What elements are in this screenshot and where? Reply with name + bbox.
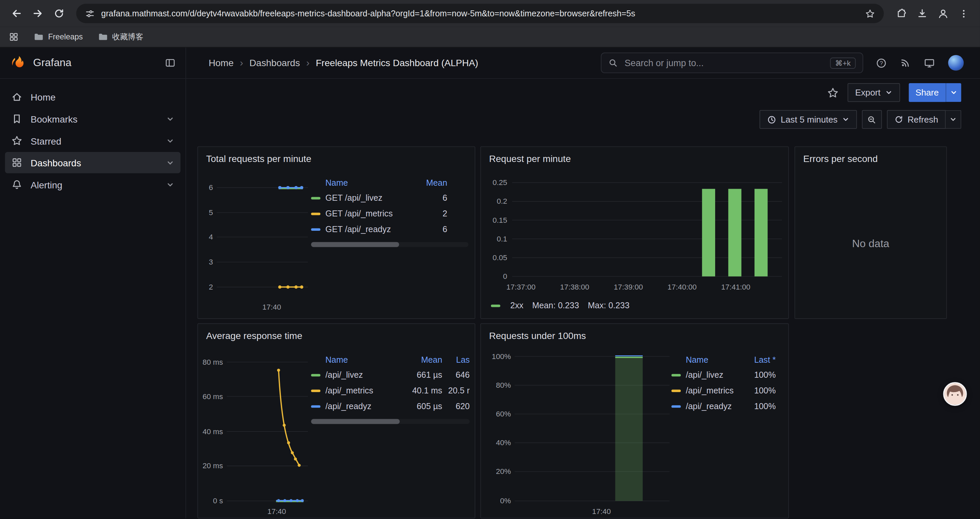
panel-title[interactable]: Average response time <box>198 324 475 347</box>
series-color-chip <box>671 390 681 392</box>
scrollbar-thumb[interactable] <box>311 242 399 247</box>
legend-table: Name Last * /api/_livez 100% /api/_metri… <box>671 353 782 414</box>
help-icon[interactable]: ? <box>876 57 887 69</box>
legend-scrollbar[interactable] <box>311 419 470 424</box>
panel-title[interactable]: Errors per second <box>795 147 946 169</box>
export-label: Export <box>855 88 881 97</box>
legend-col-mean[interactable]: Mean <box>404 355 442 365</box>
breadcrumb: Home › Dashboards › Freeleaps Metrics Da… <box>208 57 478 69</box>
collapse-sidebar-icon[interactable] <box>165 57 175 68</box>
legend-scrollbar[interactable] <box>311 242 469 247</box>
bookmark-star-icon[interactable] <box>865 8 875 18</box>
refresh-interval-dropdown[interactable] <box>946 110 961 129</box>
address-bar[interactable]: grafana.mathmast.com/d/deytv4rwavabkb/fr… <box>76 4 884 23</box>
download-icon[interactable] <box>917 8 928 19</box>
sidebar-item-bookmarks[interactable]: Bookmarks <box>5 108 180 129</box>
forward-button[interactable] <box>27 3 48 23</box>
svg-text:0.1: 0.1 <box>497 235 507 243</box>
svg-text:0.25: 0.25 <box>493 178 508 187</box>
chevron-down-icon[interactable] <box>166 137 174 145</box>
chevron-down-icon[interactable] <box>166 159 174 167</box>
chat-widget-avatar[interactable] <box>943 382 967 406</box>
series-color-chip <box>311 228 321 230</box>
legend-series[interactable]: 2xx <box>491 301 523 310</box>
sidebar-item-dashboards[interactable]: Dashboards <box>5 152 180 173</box>
refresh-button[interactable]: Refresh <box>887 110 946 129</box>
scrollbar-thumb[interactable] <box>311 419 400 424</box>
apps-grid-icon[interactable] <box>9 32 19 42</box>
breadcrumb-home[interactable]: Home <box>208 57 234 68</box>
profile-icon[interactable] <box>938 8 949 19</box>
sidebar-item-alerting[interactable]: Alerting <box>5 174 180 195</box>
legend-col-name[interactable]: Name <box>311 178 418 188</box>
svg-text:17:40: 17:40 <box>592 507 611 516</box>
menu-kebab-icon[interactable] <box>959 8 969 18</box>
legend-col-name[interactable]: Name <box>671 355 743 365</box>
monitor-icon[interactable] <box>924 57 935 69</box>
svg-text:3: 3 <box>209 258 213 266</box>
grafana-app: Grafana Home Bookmarks Starred <box>0 48 980 518</box>
clock-icon <box>767 115 776 124</box>
bar-chart: 100% 80% 60% 40% 20% 0% 17:40 <box>485 349 672 518</box>
svg-text:17:40:00: 17:40:00 <box>667 283 697 291</box>
rss-icon[interactable] <box>900 57 911 68</box>
sidebar-item-starred[interactable]: Starred <box>5 130 180 151</box>
browser-toolbar: grafana.mathmast.com/d/deytv4rwavabkb/fr… <box>0 0 980 27</box>
favorite-star-button[interactable] <box>827 86 839 99</box>
series-color-chip <box>311 197 321 199</box>
legend-col-last[interactable]: Last * <box>743 355 776 365</box>
search-bar[interactable]: ⌘+k <box>601 53 863 73</box>
legend-row: GET /api/_metrics 2 <box>311 206 469 222</box>
grafana-logo-icon[interactable] <box>10 55 26 71</box>
svg-text:17:40: 17:40 <box>267 507 286 516</box>
chevron-down-icon[interactable] <box>166 115 174 123</box>
svg-text:0: 0 <box>503 272 508 281</box>
extensions-icon[interactable] <box>896 8 907 19</box>
screen: grafana.mathmast.com/d/deytv4rwavabkb/fr… <box>0 0 980 519</box>
legend-col-name[interactable]: Name <box>311 355 404 365</box>
export-button[interactable]: Export <box>848 83 900 102</box>
time-range-picker[interactable]: Last 5 minutes <box>759 110 857 129</box>
legend-row: /api/_metrics 100% <box>671 383 782 398</box>
share-button[interactable]: Share <box>908 83 946 102</box>
back-button[interactable] <box>6 3 26 23</box>
breadcrumb-dashboards[interactable]: Dashboards <box>250 57 300 68</box>
series-name[interactable]: /api/_readyz <box>326 401 404 411</box>
bookmark-folder-freeleaps[interactable]: Freeleaps <box>34 32 83 42</box>
panel-errors-per-second: Errors per second No data <box>795 146 947 319</box>
series-name[interactable]: GET /api/_readyz <box>326 224 418 234</box>
series-name[interactable]: GET /api/_metrics <box>326 209 418 218</box>
series-name[interactable]: GET /api/_livez <box>326 193 418 203</box>
bookmark-folder-blogs[interactable]: 收藏博客 <box>98 32 143 42</box>
series-last: 100% <box>743 370 776 380</box>
series-last: 620 <box>442 401 470 411</box>
site-settings-icon[interactable] <box>85 8 95 18</box>
svg-text:?: ? <box>880 60 883 67</box>
series-name[interactable]: /api/_livez <box>686 370 743 380</box>
legend-row: GET /api/_livez 6 <box>311 190 469 206</box>
panel-title[interactable]: Request per minute <box>481 147 788 169</box>
series-name[interactable]: /api/_metrics <box>686 386 743 395</box>
panel-title[interactable]: Requests under 100ms <box>481 324 788 347</box>
user-avatar[interactable] <box>948 55 964 71</box>
timeseries-chart: 80 ms 60 ms 40 ms 20 ms 0 s 17:40 <box>200 349 310 518</box>
series-mean: 2 <box>418 209 447 218</box>
sidebar-nav: Home Bookmarks Starred Dashboards <box>0 79 185 203</box>
zoom-out-button[interactable] <box>862 110 882 129</box>
url-text[interactable]: grafana.mathmast.com/d/deytv4rwavabkb/fr… <box>101 9 859 18</box>
series-name[interactable]: /api/_livez <box>326 370 404 380</box>
legend-col-mean[interactable]: Mean <box>418 178 447 188</box>
sidebar-item-home[interactable]: Home <box>5 86 180 107</box>
panel-title[interactable]: Total requests per minute <box>198 147 475 169</box>
search-input[interactable] <box>624 57 824 69</box>
chevron-down-icon[interactable] <box>166 180 174 188</box>
chevron-down-icon <box>842 115 849 123</box>
series-color-chip <box>311 405 321 407</box>
series-last: 646 <box>442 370 470 380</box>
legend-col-last[interactable]: Las <box>442 355 470 365</box>
reload-button[interactable] <box>49 3 69 23</box>
series-name[interactable]: /api/_readyz <box>686 401 743 411</box>
share-dropdown-button[interactable] <box>946 83 961 102</box>
back-icon <box>11 8 22 19</box>
series-name[interactable]: /api/_metrics <box>326 386 404 395</box>
